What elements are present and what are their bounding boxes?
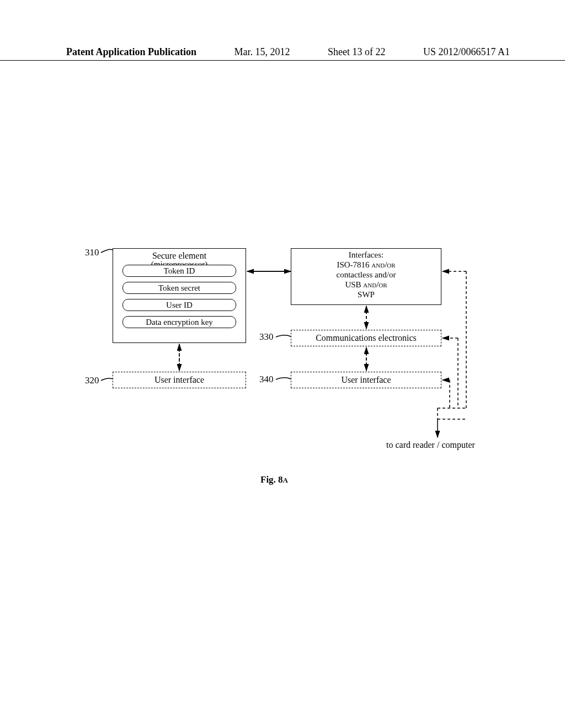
publication-date: Mar. 15, 2012 <box>234 46 290 58</box>
ref-310: 310 <box>85 247 99 258</box>
publication-label: Patent Application Publication <box>66 46 196 58</box>
output-label: to card reader / computer <box>386 440 475 450</box>
interfaces-line3: contactless and/or <box>291 270 441 280</box>
publication-number: US 2012/0066517 A1 <box>423 46 510 58</box>
data-encryption-key-pill: Data encryption key <box>122 316 236 328</box>
connectors-overlay <box>0 0 565 728</box>
ref-320: 320 <box>85 375 99 386</box>
ref-330: 330 <box>259 331 274 342</box>
interfaces-line4: USB and/or <box>291 280 441 290</box>
figure-caption: Fig. 8A <box>260 474 288 485</box>
ref-340: 340 <box>259 374 274 385</box>
user-id-pill: User ID <box>122 299 236 311</box>
token-secret-pill: Token secret <box>122 282 236 294</box>
communications-electronics-box: Communications electronics <box>291 330 441 346</box>
interfaces-line5: SWP <box>291 290 441 299</box>
user-interface-left-box: User interface <box>113 372 246 388</box>
interfaces-line1: Interfaces: <box>291 250 441 260</box>
interfaces-box: Interfaces: ISO-7816 and/or contactless … <box>291 248 441 305</box>
page-header: Patent Application Publication Mar. 15, … <box>0 46 565 61</box>
user-interface-right-box: User interface <box>291 372 441 388</box>
sheet-number: Sheet 13 of 22 <box>328 46 385 58</box>
secure-element-box: Secure element (microprocessor) <box>113 248 246 343</box>
interfaces-line2: ISO-7816 and/or <box>291 260 441 270</box>
token-id-pill: Token ID <box>122 265 236 277</box>
